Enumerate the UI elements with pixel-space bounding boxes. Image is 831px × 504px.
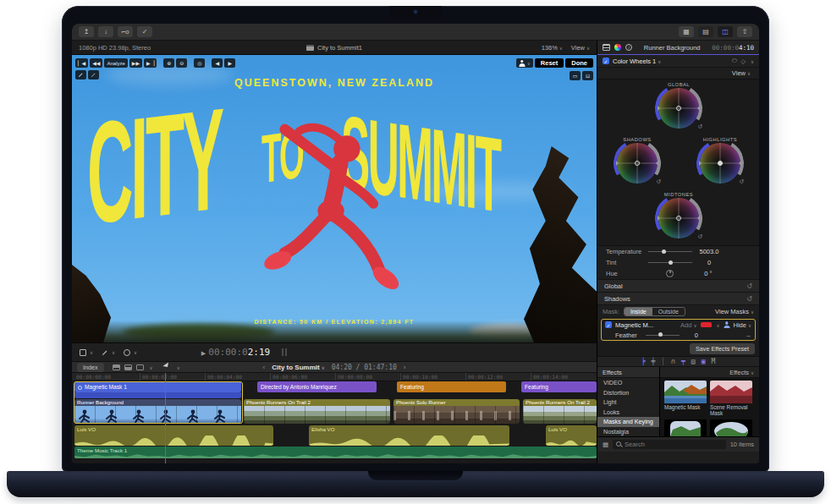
clip-elisha-vo[interactable]: Elisha VO: [309, 425, 509, 446]
done-button[interactable]: Done: [565, 58, 593, 68]
inside-segment[interactable]: Inside: [625, 308, 652, 315]
midtones-wheel[interactable]: MIDTONES ↺: [652, 192, 706, 238]
global-wheel[interactable]: GLOBAL ↺: [652, 82, 706, 129]
target-icon[interactable]: ◎: [194, 58, 205, 68]
audio-meters-icon[interactable]: [282, 348, 288, 356]
effects-browser-icon[interactable]: M: [711, 358, 715, 365]
save-effects-preset-button[interactable]: Save Effects Preset: [690, 343, 755, 354]
video-inspector-icon[interactable]: [603, 44, 610, 51]
effect-scene-removal-mask[interactable]: Scene Removal Mask: [710, 381, 752, 416]
overwrite-edit-icon[interactable]: ▤: [691, 358, 696, 365]
step-back-icon[interactable]: ◀◀: [90, 58, 102, 68]
append-edit-icon[interactable]: ╤: [681, 358, 685, 365]
subject-picker-icon[interactable]: [516, 58, 533, 68]
magnetic-mask-row[interactable]: ✓ Magnetic M... Add Hide: [602, 320, 755, 330]
share-project-icon[interactable]: ↥: [79, 26, 94, 37]
wheel-reset-icon[interactable]: ↺: [697, 123, 702, 130]
clip-luis-vo-1[interactable]: Luis VO: [74, 425, 273, 446]
outside-segment[interactable]: Outside: [652, 308, 685, 315]
mask-add-menu[interactable]: Add: [680, 321, 696, 329]
color-inspector-icon[interactable]: [614, 44, 621, 51]
timeline-ruler[interactable]: 00:00:00:00 00:00:02:00 00:00:04:00 00:0…: [72, 373, 597, 381]
global-section-row[interactable]: Global↺: [597, 279, 759, 292]
wheel-reset-icon[interactable]: ↺: [656, 178, 661, 185]
clip-directed-by[interactable]: Directed by Antonio Manriquez: [257, 381, 377, 392]
browser-toggle-icon[interactable]: ▦: [679, 26, 694, 37]
clip-appearance-icon[interactable]: [124, 364, 132, 370]
index-button[interactable]: Index: [77, 363, 104, 372]
shadows-wheel[interactable]: SHADOWS ↺: [610, 137, 664, 184]
skip-to-start-icon[interactable]: ▏◀: [75, 58, 88, 68]
wheel-reset-icon[interactable]: ↺: [739, 178, 744, 185]
analyze-button[interactable]: Analyze: [104, 58, 127, 68]
clip-featuring-2[interactable]: Featuring: [521, 381, 597, 392]
category-looks[interactable]: Looks: [597, 408, 659, 418]
category-video[interactable]: VIDEO: [597, 378, 659, 388]
reset-icon[interactable]: ↺: [746, 282, 752, 290]
wheel-reset-icon[interactable]: ↺: [697, 233, 702, 240]
category-masks-and-keying[interactable]: Masks and Keying: [597, 417, 659, 427]
effects-sort-menu[interactable]: Effects: [729, 369, 754, 376]
sidebar-toggle-icon[interactable]: ▦: [603, 441, 608, 448]
effect-shape-mask[interactable]: [710, 419, 752, 436]
prev-icon[interactable]: ◀: [212, 58, 223, 68]
zoom-out-icon[interactable]: ⊖: [176, 58, 187, 68]
mask-color-swatch[interactable]: [701, 322, 712, 327]
hue-dial[interactable]: [666, 270, 674, 277]
mask-hide-menu[interactable]: Hide: [734, 321, 751, 329]
clip-magnetic-mask-1[interactable]: Magnetic Mask 1: [74, 381, 241, 392]
connect-edit-icon[interactable]: ╞: [641, 358, 646, 365]
effect-magnetic-mask[interactable]: Magnetic Mask: [664, 381, 707, 416]
next-project-icon[interactable]: ›: [404, 364, 406, 371]
playhead[interactable]: [165, 373, 166, 463]
mask-view-icon[interactable]: ⊡: [582, 71, 593, 80]
tint-slider[interactable]: [648, 262, 692, 263]
clip-luis-vo-2[interactable]: Luis VO: [546, 425, 597, 446]
keyframe-next-icon[interactable]: →: [746, 331, 752, 339]
clip-phoenix-runners-2[interactable]: Phoenix Runners On Trail 2: [523, 399, 597, 424]
effect-draw-mask[interactable]: [664, 419, 707, 436]
wheels-view-menu[interactable]: View: [732, 69, 751, 77]
clip-runner-background[interactable]: Runner Background: [74, 399, 241, 424]
skip-to-end-icon[interactable]: ▶▕: [144, 58, 157, 68]
swatch-chevron[interactable]: [715, 321, 720, 329]
category-distortion[interactable]: Distortion: [597, 388, 659, 398]
timeline-toggle-icon[interactable]: ▤: [698, 26, 713, 37]
step-forward-icon[interactable]: ▶▶: [129, 58, 142, 68]
clip-appearance-menu[interactable]: [148, 364, 153, 371]
effect-enabled-checkbox[interactable]: ✓: [603, 58, 609, 64]
arrow-tool-icon[interactable]: [162, 362, 172, 371]
clip-appearance-icon[interactable]: [136, 364, 144, 370]
highlights-wheel[interactable]: HIGHLIGHTS ↺: [693, 137, 747, 184]
import-media-icon[interactable]: ↓: [98, 26, 113, 37]
view-masks-menu[interactable]: View Masks: [715, 308, 754, 315]
keyword-editor-icon[interactable]: ⌐o: [118, 26, 133, 37]
mask-shape-icon[interactable]: ⬭: [732, 57, 737, 65]
clip-phoenix-solo-runner[interactable]: Phoenix Solo Runner: [393, 399, 520, 424]
next-icon[interactable]: ▶: [224, 58, 235, 68]
reset-button[interactable]: Reset: [535, 58, 564, 68]
background-tasks-icon[interactable]: ✓: [137, 26, 152, 37]
info-inspector-icon[interactable]: i: [625, 44, 632, 51]
clip-featuring-1[interactable]: Featuring: [397, 381, 506, 392]
clip-appearance-icon[interactable]: [113, 364, 120, 370]
media-browser-icon[interactable]: ▣: [702, 358, 706, 365]
audio-monitor-icon[interactable]: ∩: [671, 358, 675, 365]
project-name-menu[interactable]: City to Summit: [272, 364, 324, 371]
category-light[interactable]: Light: [597, 397, 659, 408]
color-wheels-effect-row[interactable]: ✓ Color Wheels 1 ⬭ ◇: [597, 55, 759, 68]
viewer-canvas[interactable]: QUEENSTOWN, NEW ZEALAND CITY TO SUMMIT: [72, 55, 597, 342]
category-nostalgia[interactable]: Nostalgia: [597, 427, 659, 437]
draw-exclude-icon[interactable]: [88, 70, 99, 79]
effects-search-field[interactable]: Search: [613, 440, 726, 449]
mask-enabled-checkbox[interactable]: ✓: [605, 321, 612, 328]
tool-menu[interactable]: [175, 364, 180, 371]
effect-options-chevron[interactable]: [749, 58, 754, 65]
mask-overlay-icon[interactable]: ▭: [570, 71, 581, 80]
inspector-toggle-icon[interactable]: ◫: [718, 26, 733, 37]
draw-include-icon[interactable]: [75, 70, 86, 79]
effect-name[interactable]: Color Wheels 1: [613, 58, 661, 65]
feather-slider[interactable]: [646, 335, 680, 336]
reset-icon[interactable]: ↺: [746, 295, 752, 303]
insert-edit-icon[interactable]: ╪: [652, 358, 656, 365]
